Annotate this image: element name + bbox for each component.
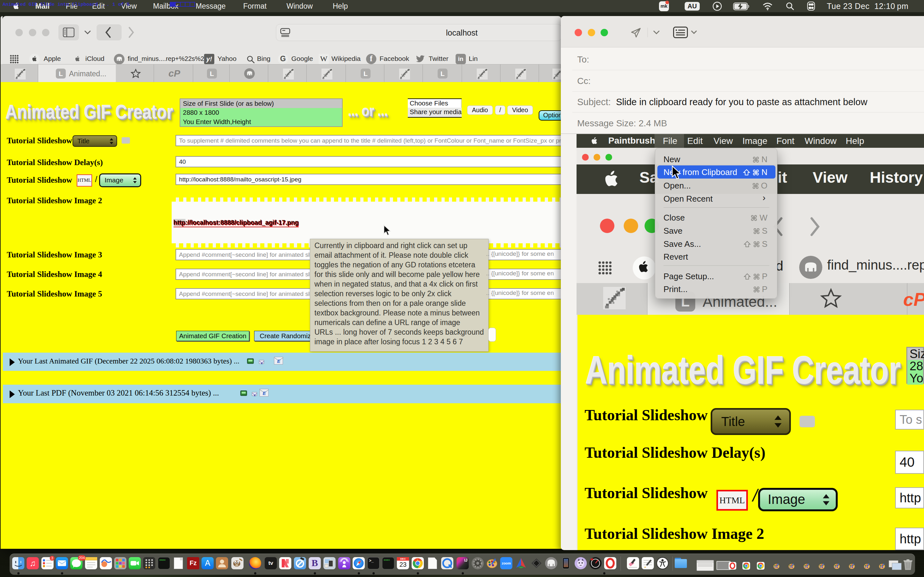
svg-text:E: E bbox=[263, 390, 266, 396]
svg-text:E: E bbox=[254, 394, 255, 397]
svg-text:E: E bbox=[277, 358, 281, 364]
svg-text:E: E bbox=[261, 362, 262, 365]
